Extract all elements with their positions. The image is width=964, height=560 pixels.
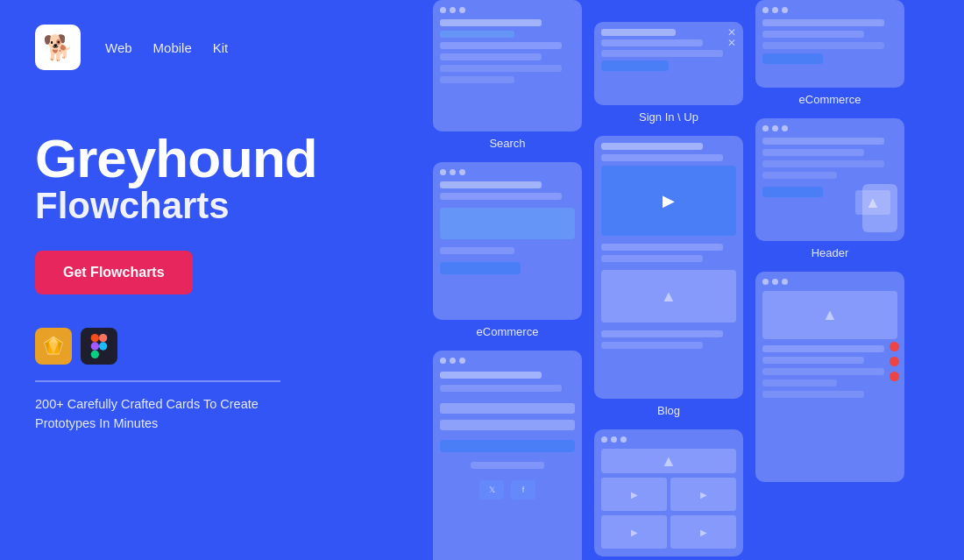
card-search-wrapper: Search — [433, 0, 582, 150]
card-header-wrapper: ▲ Header — [755, 118, 904, 259]
card-article[interactable]: ▲ — [755, 272, 904, 482]
card-header-label: Header — [812, 246, 849, 259]
card-article-wrapper: ▲ — [755, 272, 904, 487]
card-search-label: Search — [489, 137, 525, 150]
card-ecommerce2-wrapper: eCommerce — [755, 0, 904, 106]
card-blog-wrapper: ▶ ▲ Blog — [594, 136, 743, 417]
left-panel: 🐕 Web Mobile Kit Greyhound Flowcharts Ge… — [0, 0, 421, 560]
card-ecommerce1-wrapper: eCommerce — [433, 162, 582, 338]
card-signinup[interactable]: ✕✕ — [594, 22, 743, 105]
cta-button[interactable]: Get Flowcharts — [35, 251, 193, 294]
tagline: 200+ Carefully Crafted Cards To Create P… — [35, 394, 298, 434]
right-panel: Search eCommerce — [421, 0, 964, 560]
cards-column-2: ✕✕ Sign In \ Up ▶ ▲ — [594, 0, 743, 560]
card-ecommerce2-label: eCommerce — [799, 93, 861, 106]
card-signin[interactable]: 𝕏 f — [433, 351, 582, 560]
svg-rect-8 — [91, 343, 99, 351]
card-multimedia-wrapper: ▲ ▶ ▶ ▶ ▶ Multimedia — [594, 429, 743, 560]
divider — [35, 380, 280, 382]
card-ecommerce2[interactable] — [755, 0, 904, 88]
card-ecommerce1[interactable] — [433, 162, 582, 320]
nav-kit[interactable]: Kit — [213, 40, 229, 55]
figma-icon — [81, 328, 117, 365]
card-blog-label: Blog — [657, 404, 680, 417]
sketch-icon — [35, 328, 72, 365]
card-signinup-label: Sign In \ Up — [639, 110, 698, 124]
card-ecommerce1-label: eCommerce — [477, 325, 539, 338]
close-icon: ✕✕ — [727, 27, 736, 48]
card-signin-wrapper: 𝕏 f Sign In — [433, 351, 582, 560]
nav-web[interactable]: Web — [105, 40, 132, 55]
navbar: 🐕 Web Mobile Kit — [35, 25, 386, 70]
nav-links: Web Mobile Kit — [105, 40, 228, 55]
card-header[interactable]: ▲ — [755, 118, 904, 241]
svg-rect-7 — [99, 334, 107, 342]
card-signinup-wrapper: ✕✕ Sign In \ Up — [594, 22, 743, 124]
hero-title: Greyhound — [35, 131, 386, 186]
logo-icon: 🐕 — [43, 33, 74, 62]
tool-icons — [35, 328, 386, 365]
svg-rect-6 — [91, 334, 99, 342]
card-multimedia[interactable]: ▲ ▶ ▶ ▶ ▶ — [594, 429, 743, 556]
svg-point-10 — [99, 343, 107, 351]
card-blog[interactable]: ▶ ▲ — [594, 136, 743, 399]
logo[interactable]: 🐕 — [35, 25, 81, 70]
cards-column-1: Search eCommerce — [433, 0, 582, 560]
nav-mobile[interactable]: Mobile — [153, 40, 192, 55]
card-search[interactable] — [433, 0, 582, 131]
svg-rect-9 — [91, 351, 99, 358]
cards-column-3: eCommerce ▲ Header — [755, 0, 904, 560]
hero-subtitle: Flowcharts — [35, 186, 386, 226]
